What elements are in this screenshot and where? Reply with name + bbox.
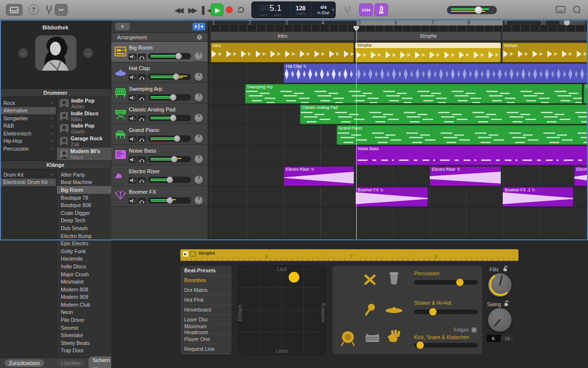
horizontal-zoom-slider[interactable] [559, 20, 586, 25]
mute-button[interactable] [128, 53, 137, 60]
track-header-boomer-fx[interactable]: Boomer FX [111, 186, 208, 207]
preset-item[interactable]: Hoverboard [180, 305, 232, 315]
region-big-room-refrain[interactable]: Refrain [502, 43, 588, 62]
mute-button[interactable] [128, 177, 137, 184]
sound-item[interactable]: Deep Tech [57, 217, 111, 225]
drummer-item[interactable]: Indie Pop Aidan [57, 97, 111, 110]
next-drummer-button[interactable]: → [83, 48, 93, 58]
sound-item[interactable]: Electro Bump [57, 232, 111, 240]
track-volume-slider[interactable] [148, 74, 191, 80]
fills-knob[interactable] [488, 273, 512, 297]
volume-knob[interactable] [475, 6, 482, 14]
region-boomer-fx-2[interactable]: Boomer FX .1↻ [503, 187, 573, 207]
preset-item[interactable]: Player One [180, 334, 232, 344]
volume-knob[interactable] [171, 156, 177, 162]
region-sweeping-arp[interactable]: Sweeping Arp [245, 84, 582, 104]
volume-knob[interactable] [167, 197, 173, 204]
solo-button[interactable] [138, 74, 146, 80]
cycle-button[interactable] [237, 5, 245, 16]
solo-button[interactable] [138, 95, 146, 101]
genre-item-percussion[interactable]: Percussion› [0, 145, 56, 153]
maracas-icon[interactable] [363, 303, 375, 316]
quick-help-button[interactable] [572, 5, 581, 16]
sound-item[interactable]: Hacienda [57, 255, 111, 263]
region-boomer-fx-1[interactable]: Boomer FX↻ [356, 187, 428, 207]
category-item-electronic-drum-kit[interactable]: Electronic Drum Kit› [0, 179, 56, 186]
track-header-noise-bass[interactable]: Noise Bass [111, 145, 208, 165]
volume-knob[interactable] [174, 135, 180, 142]
preset-item[interactable]: Maximum Headroom [180, 324, 232, 334]
track-volume-slider[interactable] [148, 197, 191, 204]
region-big-room-intro[interactable]: Intro [211, 43, 354, 62]
add-arrangement-marker-icon[interactable]: + [197, 35, 202, 40]
region-hat-clap[interactable]: Hat Clap↻ [284, 63, 588, 83]
pan-knob[interactable] [195, 196, 203, 205]
kick-snare-clap-slider[interactable] [414, 343, 478, 347]
swing-knob[interactable] [488, 308, 512, 332]
track-header-electro-riser[interactable]: Electro Riser [111, 165, 208, 186]
drummer-item[interactable]: Indie Pop Gavin [57, 123, 111, 135]
sound-item[interactable]: After Party [57, 171, 111, 179]
sound-item[interactable]: Trap Door [57, 347, 111, 355]
catch-playhead-button[interactable] [193, 23, 205, 30]
region-noise-bass[interactable]: Noise Bass [356, 146, 588, 165]
master-tuner-icon[interactable] [344, 5, 351, 16]
zoom-knob[interactable] [564, 20, 570, 26]
xy-puck[interactable] [289, 272, 299, 283]
sound-item[interactable]: Silverlake [57, 331, 111, 339]
solo-button[interactable] [138, 198, 146, 204]
region-electro-riser-1[interactable]: Electro Riser↻ [284, 166, 354, 186]
sound-item[interactable]: Neon [57, 309, 111, 316]
region-classic-analog-pad[interactable]: Classic Analog Pad [300, 105, 588, 124]
preset-item-selected[interactable]: Boombox [180, 275, 232, 285]
display-mode-button[interactable] [556, 6, 565, 16]
bar-ruler[interactable]: 1 2 3 4 5 6 7 8 9 10 11 [208, 20, 588, 26]
sound-item[interactable]: Epic Electro [57, 239, 111, 247]
sound-item[interactable]: Minimalist [57, 278, 111, 286]
sound-item[interactable]: Major Crush [57, 270, 111, 278]
track-volume-slider[interactable] [148, 53, 191, 59]
pan-knob[interactable] [195, 114, 203, 122]
help-button[interactable]: ? [28, 4, 39, 15]
add-track-button[interactable]: + [115, 23, 130, 30]
clap-hand-icon[interactable] [387, 329, 402, 344]
xy-pad[interactable]: Laut Leise Einfach Komplex [238, 265, 326, 355]
arrangement-section-3[interactable] [502, 32, 588, 40]
track-header-hat-clap[interactable]: Hat Clap [111, 62, 208, 83]
unlock-icon[interactable] [503, 265, 508, 271]
genre-item-elektronisch[interactable]: Elektronisch› [0, 130, 56, 137]
arrangement-section-strophe[interactable]: Strophe [356, 32, 501, 40]
solo-button[interactable] [138, 136, 146, 142]
region-electro-riser-2[interactable]: Electro Riser↻ [430, 166, 501, 186]
pan-knob[interactable] [195, 176, 203, 184]
beat-ruler[interactable] [208, 26, 588, 31]
track-volume-slider[interactable] [148, 156, 191, 162]
drummer-item-selected[interactable]: Modern 80's Maya [57, 148, 111, 160]
unlock-icon[interactable] [504, 300, 509, 306]
editor-region-bar[interactable]: ▶ Strophe 6 7 8 [180, 249, 518, 261]
play-button[interactable]: ▶ [211, 3, 223, 16]
solo-button[interactable] [138, 177, 146, 184]
genre-item-hiphop[interactable]: Hip-Hop› [0, 137, 56, 145]
region-big-room-strophe-selected[interactable]: Strophe [355, 43, 501, 62]
mute-button[interactable] [128, 157, 137, 163]
track-volume-slider[interactable] [148, 177, 191, 183]
region-grand-piano[interactable]: Grand Piano [337, 125, 588, 145]
volume-knob[interactable] [170, 115, 176, 121]
track-header-classic-analog-pad[interactable]: Classic Analog Pad [111, 104, 208, 124]
preset-item[interactable]: Dot Matrix [180, 285, 232, 295]
mute-button[interactable] [128, 198, 137, 204]
preset-item[interactable]: Hot Pink [180, 295, 232, 305]
solo-button[interactable] [138, 157, 146, 163]
sixteenth-note-button[interactable]: 16. [501, 335, 515, 342]
eighth-note-button[interactable]: 8. [487, 335, 501, 342]
track-volume-slider[interactable] [148, 94, 191, 101]
sound-item-selected[interactable]: Big Room [57, 186, 111, 194]
track-header-grand-piano[interactable]: Grand Piano [111, 124, 208, 145]
sound-item[interactable]: Modern 909 [57, 293, 111, 301]
count-in-button[interactable]: 1234 [359, 3, 373, 16]
volume-knob[interactable] [170, 94, 176, 101]
sound-item[interactable]: Seismic [57, 324, 111, 332]
drummer-item[interactable]: Garage Rock Zak [57, 135, 111, 148]
follow-checkbox[interactable] [471, 327, 477, 333]
